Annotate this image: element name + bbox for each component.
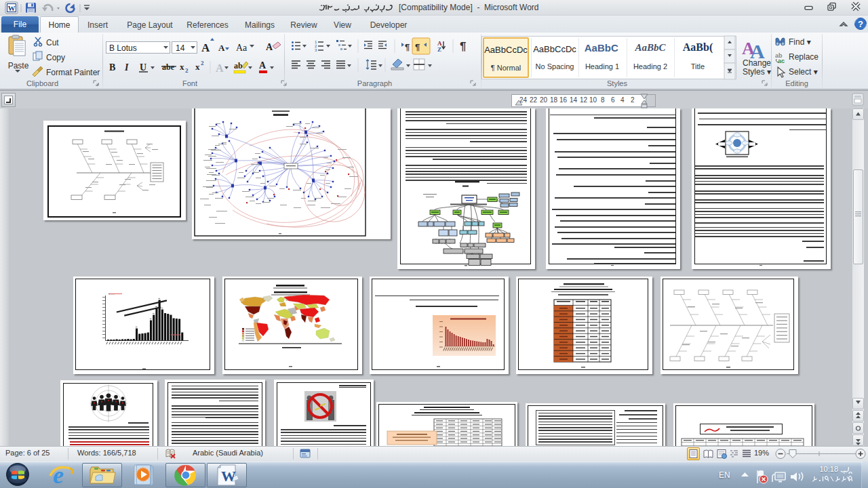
svg-text:I: I [124,62,129,73]
svg-text:ab: ab [234,61,243,70]
svg-text:¶: ¶ [415,42,420,52]
svg-text:?: ? [858,19,863,29]
svg-text:A: A [750,40,765,62]
svg-text:x: x [195,62,200,72]
svg-text:A: A [266,42,273,52]
svg-text:U: U [140,62,146,73]
svg-text:ac: ac [778,58,785,64]
svg-text:¶: ¶ [405,42,410,52]
svg-text:x: x [180,62,184,72]
svg-text:A: A [259,60,267,70]
svg-text:Aa: Aa [236,43,248,53]
svg-text:A: A [218,43,225,53]
svg-text:e: e [53,462,64,488]
svg-text:¶: ¶ [460,40,466,53]
svg-text:A: A [216,62,224,74]
svg-text:3: 3 [315,48,317,52]
svg-text:Z: Z [437,46,441,53]
svg-text:2: 2 [201,60,204,66]
svg-text:B: B [109,62,115,73]
svg-text:2: 2 [185,67,189,74]
svg-text:abe: abe [162,62,175,72]
svg-text:W: W [8,4,16,12]
svg-text:A: A [201,41,210,54]
svg-text:W: W [221,468,236,485]
